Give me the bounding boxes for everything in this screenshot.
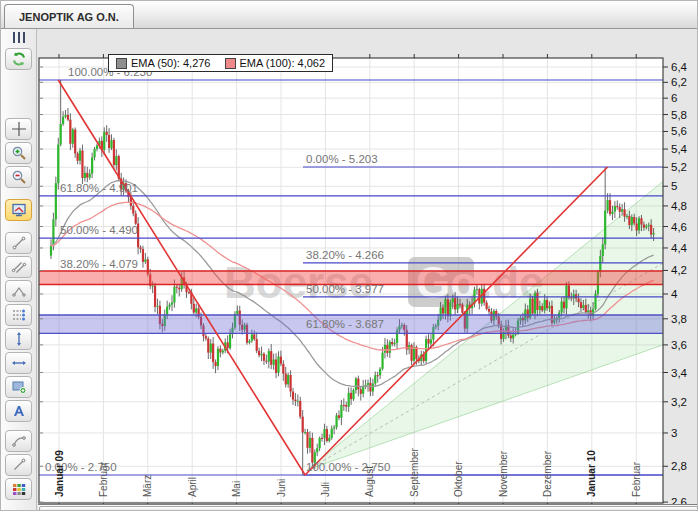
- horizontal-line-icon: [11, 355, 27, 371]
- chart-mode-icon: [11, 202, 27, 218]
- y-axis-label: 5,6: [671, 125, 687, 137]
- legend-item-ema100: EMA (100): 4,062: [225, 57, 326, 69]
- y-axis-label: 3,8: [671, 313, 687, 325]
- x-axis-label: August: [364, 466, 375, 497]
- x-axis-label: Juni: [276, 479, 287, 497]
- chart-panel: BoerseGo.de100.00% - 6.23061.80% - 4.901…: [38, 29, 698, 511]
- y-axis-label: 5,4: [671, 143, 688, 155]
- ray-icon: [11, 457, 27, 473]
- ema50-swatch: [116, 58, 127, 69]
- palette-button[interactable]: [5, 478, 32, 500]
- y-axis-label: 4,6: [671, 221, 687, 233]
- tab-title: JENOPTIK AG O.N.: [19, 11, 119, 23]
- fibonacci-icon: [11, 307, 27, 323]
- y-axis-label: 3,6: [671, 339, 687, 351]
- x-axis-label: Dezember: [542, 450, 553, 497]
- svg-text:100.00% - 2.750: 100.00% - 2.750: [306, 461, 390, 473]
- angle-button[interactable]: [5, 280, 32, 302]
- toolbar-grip-icon[interactable]: [9, 32, 29, 44]
- y-axis-label: 3,4: [671, 367, 688, 379]
- rectangle-button[interactable]: [5, 376, 32, 398]
- trendline-icon: [11, 235, 27, 251]
- y-axis-label: 2,8: [671, 460, 687, 472]
- svg-text:0.00% - 5.203: 0.00% - 5.203: [306, 153, 378, 165]
- x-axis-label: Oktober: [453, 461, 464, 497]
- y-axis-label: 4,4: [671, 242, 688, 254]
- svg-text:38.20% - 4.079: 38.20% - 4.079: [60, 258, 138, 270]
- x-axis-label: November: [498, 450, 509, 497]
- angle-icon: [11, 283, 27, 299]
- refresh-icon: [11, 51, 27, 67]
- fibonacci-button[interactable]: [5, 304, 32, 326]
- legend-item-ema50: EMA (50): 4,276: [116, 57, 211, 69]
- curve-icon: [11, 433, 27, 449]
- svg-text:38.20% - 4.266: 38.20% - 4.266: [306, 249, 384, 261]
- svg-text:50.00% - 4.490: 50.00% - 4.490: [60, 224, 138, 236]
- palette-icon: [11, 481, 27, 497]
- vertical-line-icon: [11, 331, 27, 347]
- y-axis-label: 5: [671, 180, 677, 192]
- y-axis-label: 6,4: [671, 61, 688, 73]
- app-window: JENOPTIK AG O.N.: [0, 0, 698, 511]
- y-axis-label: 4: [671, 288, 678, 300]
- zoom-in-button[interactable]: [5, 142, 32, 164]
- x-axis-label: Februar: [98, 461, 109, 497]
- y-axis-label: 3: [671, 427, 677, 439]
- horizontal-line-button[interactable]: [5, 352, 32, 374]
- x-axis-label: September: [409, 447, 420, 497]
- drawing-toolbar: [1, 29, 37, 511]
- y-axis-label: 6,2: [671, 76, 687, 88]
- x-axis-label: Mai: [231, 481, 242, 497]
- parallel-channel-icon: [11, 259, 27, 275]
- vertical-line-button[interactable]: [5, 328, 32, 350]
- y-axis-label: 4,2: [671, 264, 687, 276]
- zoom-out-button[interactable]: [5, 166, 32, 188]
- svg-text:50.00% - 3.977: 50.00% - 3.977: [306, 283, 384, 295]
- ema100-swatch: [225, 58, 236, 69]
- svg-text:61.80% - 3.687: 61.80% - 3.687: [306, 318, 384, 330]
- x-axis-label: April: [187, 477, 198, 497]
- refresh-button[interactable]: [5, 48, 32, 70]
- chart-mode-button[interactable]: [5, 199, 32, 221]
- tab-bar: JENOPTIK AG O.N.: [1, 1, 698, 29]
- parallel-channel-button[interactable]: [5, 256, 32, 278]
- y-axis-label: 3,2: [671, 396, 687, 408]
- trendline-button[interactable]: [5, 232, 32, 254]
- legend-ema50-label: EMA (50): 4,276: [131, 57, 211, 69]
- ray-button[interactable]: [5, 454, 32, 476]
- crosshair-icon: [11, 121, 27, 137]
- x-axis-label: Juli: [320, 482, 331, 497]
- legend-ema100-label: EMA (100): 4,062: [240, 57, 326, 69]
- crosshair-button[interactable]: [5, 118, 32, 140]
- price-chart[interactable]: BoerseGo.de100.00% - 6.23061.80% - 4.901…: [38, 30, 698, 505]
- horizontal-scrollbar[interactable]: [38, 504, 698, 511]
- x-axis-label: Februar: [631, 461, 642, 497]
- scrollbar-thumb[interactable]: [39, 506, 698, 511]
- rectangle-icon: [11, 379, 27, 395]
- x-axis-label: März: [142, 475, 153, 497]
- y-axis-label: 5,2: [671, 161, 687, 173]
- zoom-out-icon: [11, 169, 27, 185]
- tab-jenoptik[interactable]: JENOPTIK AG O.N.: [4, 4, 134, 28]
- y-axis-label: 4,8: [671, 200, 687, 212]
- text-button[interactable]: [5, 400, 32, 422]
- curve-button[interactable]: [5, 430, 32, 452]
- chart-legend: EMA (50): 4,276 EMA (100): 4,062: [108, 54, 333, 72]
- svg-text:61.80% - 4.901: 61.80% - 4.901: [60, 182, 138, 194]
- y-axis-label: 5,8: [671, 109, 687, 121]
- zoom-in-icon: [11, 145, 27, 161]
- x-axis-label: Januar 10: [586, 450, 597, 497]
- y-axis-label: 6: [671, 92, 677, 104]
- text-icon: [11, 403, 27, 419]
- x-axis-label: Januar 09: [54, 450, 65, 497]
